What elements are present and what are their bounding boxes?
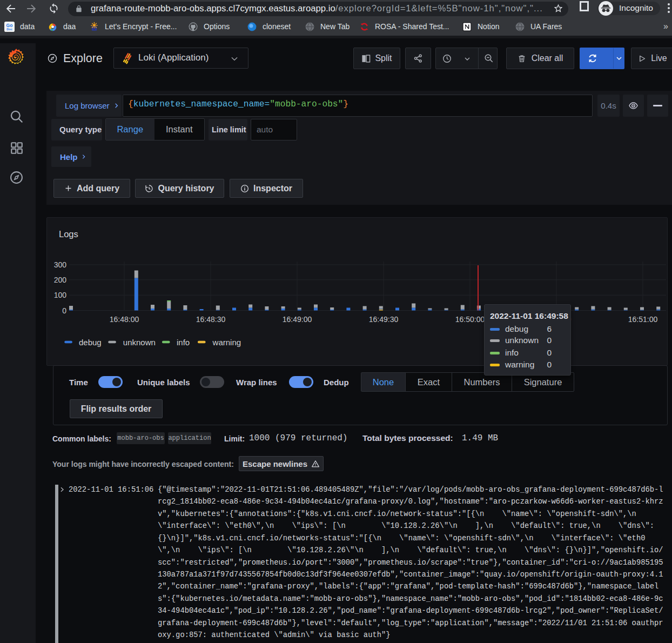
svg-text:info: info (177, 338, 190, 347)
svg-text:debug: debug (79, 338, 102, 347)
svg-text:16:49:00: 16:49:00 (283, 315, 312, 324)
svg-text:Go: Go (6, 22, 13, 28)
svg-text:100: 100 (54, 291, 67, 299)
svg-text:16:50:00: 16:50:00 (455, 315, 485, 324)
svg-text:0: 0 (62, 306, 66, 315)
svg-text:16:51:00: 16:51:00 (628, 315, 658, 324)
svg-text:16:48:30: 16:48:30 (196, 315, 226, 324)
svg-text:16:48:00: 16:48:00 (110, 315, 139, 324)
svg-text:Doc: Doc (6, 28, 12, 31)
svg-text:warning: warning (212, 338, 241, 347)
svg-text:200: 200 (54, 276, 67, 284)
svg-text:unknown: unknown (123, 338, 156, 347)
svg-text:300: 300 (54, 260, 67, 269)
svg-text:16:49:30: 16:49:30 (369, 315, 399, 324)
